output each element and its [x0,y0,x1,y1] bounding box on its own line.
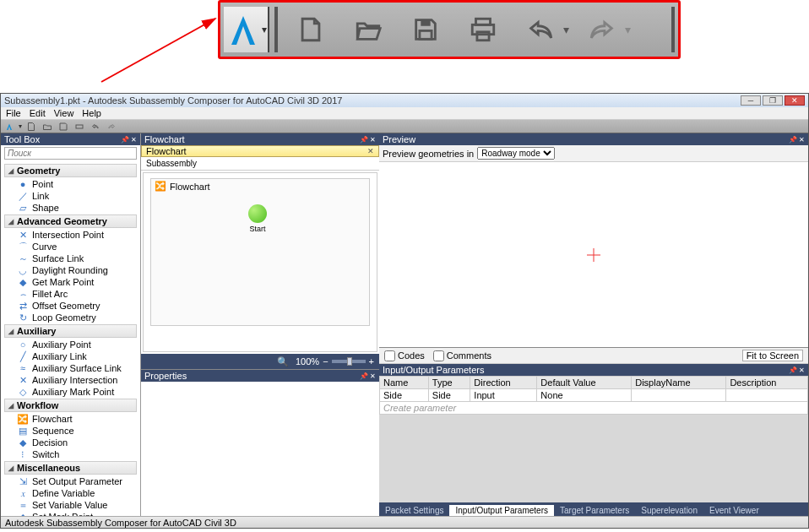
tool-set-output-parameter[interactable]: ⇲Set Output Parameter [1,475,140,487]
tool-set-variable-value[interactable]: ＝Set Variable Value [1,499,140,511]
tool-shape[interactable]: ▱Shape [1,202,140,214]
svg-rect-1 [420,30,432,39]
toolbox-search-input[interactable] [4,147,137,160]
create-parameter-row[interactable]: Create parameter [380,402,808,415]
col-header[interactable]: Name [380,377,429,389]
comments-checkbox[interactable]: Comments [433,350,491,361]
close-button[interactable]: ✕ [785,95,805,106]
zoom-in-icon[interactable]: + [369,356,374,366]
col-header[interactable]: Default Value [537,377,632,389]
minimize-button[interactable]: ─ [741,95,761,106]
tool-icon: ⌢ [18,289,28,299]
flowchart-group-label: Flowchart [170,182,210,192]
flowchart-group[interactable]: 🔀Flowchart Start [150,178,370,326]
qat-save-icon[interactable] [57,121,70,133]
tool-switch[interactable]: ⁝Switch [1,448,140,460]
menu-file[interactable]: File [6,108,21,118]
tool-intersection-point[interactable]: ✕Intersection Point [1,229,140,241]
pin-icon[interactable]: 📌 ✕ [121,136,137,144]
category-auxiliary[interactable]: ◢Auxiliary [4,324,137,338]
preview-canvas[interactable] [379,162,808,347]
tool-auxiliary-link[interactable]: ╱Auxiliary Link [1,350,140,362]
menu-help[interactable]: Help [82,108,101,118]
close-tab-icon[interactable]: ✕ [367,147,374,155]
zoom-fit-icon[interactable]: 🔍 [277,356,289,367]
qat-undo-icon[interactable] [89,121,102,133]
col-header[interactable]: Type [428,377,470,389]
redo-icon[interactable] [578,9,627,50]
flowchart-canvas[interactable]: 🔀Flowchart Start [143,172,377,352]
save-icon[interactable] [401,9,450,50]
flowchart-tab[interactable]: Flowchart✕ [141,145,379,157]
preview-label: Preview geometries in [383,149,474,159]
caret-icon: ◢ [8,402,14,410]
zoom-slider[interactable] [332,360,366,363]
print-icon[interactable] [459,9,508,50]
tab-event-viewer[interactable]: Event Viewer [703,505,765,516]
tab-packet-settings[interactable]: Packet Settings [379,505,449,516]
tool-loop-geometry[interactable]: ↻Loop Geometry [1,312,140,323]
tab-input-output-parameters[interactable]: Input/Output Parameters [449,505,554,516]
zoom-out-icon[interactable]: − [323,356,328,366]
tool-sequence[interactable]: ▤Sequence [1,425,140,437]
preview-mode-select[interactable]: Roadway mode [477,147,555,160]
tool-icon: ✕ [18,375,28,385]
tool-auxiliary-intersection[interactable]: ✕Auxiliary Intersection [1,374,140,386]
tool-icon: ⇲ [18,476,28,486]
tool-link[interactable]: ／Link [1,190,140,202]
maximize-button[interactable]: ❐ [763,95,783,106]
app-menu-button[interactable]: ▾ [224,7,269,52]
tool-point[interactable]: ●Point [1,178,140,190]
fit-to-screen-button[interactable]: Fit to Screen [742,350,803,361]
tool-offset-geometry[interactable]: ⇄Offset Geometry [1,300,140,312]
col-header[interactable]: Direction [470,377,537,389]
start-node[interactable]: Start [248,204,267,233]
category-workflow[interactable]: ◢Workflow [4,399,137,412]
tool-auxiliary-mark-point[interactable]: ◇Auxiliary Mark Point [1,386,140,398]
properties-header: Properties📌 ✕ [141,370,379,382]
menu-edit[interactable]: Edit [30,108,46,118]
statusbar: Autodesk Subassembly Composer for AutoCA… [1,516,808,528]
category-geometry[interactable]: ◢Geometry [4,164,137,177]
tool-curve[interactable]: ⌒Curve [1,241,140,252]
tool-decision[interactable]: ◆Decision [1,437,140,448]
col-header[interactable]: DisplayName [632,377,726,389]
tool-define-variable[interactable]: 𝑥Define Variable [1,487,140,499]
pin-icon[interactable]: 📌 ✕ [789,366,805,374]
qat-open-icon[interactable] [41,121,54,133]
io-grid-empty [379,415,808,502]
open-icon[interactable] [344,9,393,50]
col-header[interactable]: Description [726,377,808,389]
codes-checkbox[interactable]: Codes [384,350,425,361]
tool-daylight-rounding[interactable]: ◡Daylight Rounding [1,264,140,276]
tool-flowchart[interactable]: 🔀Flowchart [1,413,140,425]
tool-surface-link[interactable]: ～Surface Link [1,252,140,264]
io-grid[interactable]: NameTypeDirectionDefault ValueDisplayNam… [379,376,808,415]
io-header: Input/Output Parameters📌 ✕ [379,364,808,376]
pin-icon[interactable]: 📌 ✕ [789,136,805,144]
tab-superelevation[interactable]: Superelevation [635,505,703,516]
pin-icon[interactable]: 📌 ✕ [360,372,376,380]
tool-auxiliary-surface-link[interactable]: ≈Auxiliary Surface Link [1,362,140,374]
tool-icon: ✕ [18,230,28,240]
tool-fillet-arc[interactable]: ⌢Fillet Arc [1,288,140,300]
undo-icon[interactable] [516,9,565,50]
category-miscellaneous[interactable]: ◢Miscellaneous [4,461,137,475]
qat-redo-icon[interactable] [105,121,118,133]
category-advanced-geometry[interactable]: ◢Advanced Geometry [4,214,137,228]
menu-view[interactable]: View [54,108,74,118]
start-node-icon [248,204,267,223]
qat-app-menu[interactable] [3,121,16,133]
tool-get-mark-point[interactable]: ◆Get Mark Point [1,276,140,288]
new-icon[interactable] [286,9,335,50]
start-node-label: Start [248,225,267,233]
pin-icon[interactable]: 📌 ✕ [360,136,376,144]
qat-print-icon[interactable] [73,121,86,133]
subassembly-breadcrumb[interactable]: Subassembly [141,157,379,171]
tab-target-parameters[interactable]: Target Parameters [554,505,635,516]
titlebar: Subassembly1.pkt - Autodesk Subassembly … [1,94,808,107]
qat-new-icon[interactable] [24,121,38,133]
table-row[interactable]: SideSideInputNone [380,389,808,402]
tool-auxiliary-point[interactable]: ○Auxiliary Point [1,339,140,350]
svg-rect-6 [76,125,83,128]
